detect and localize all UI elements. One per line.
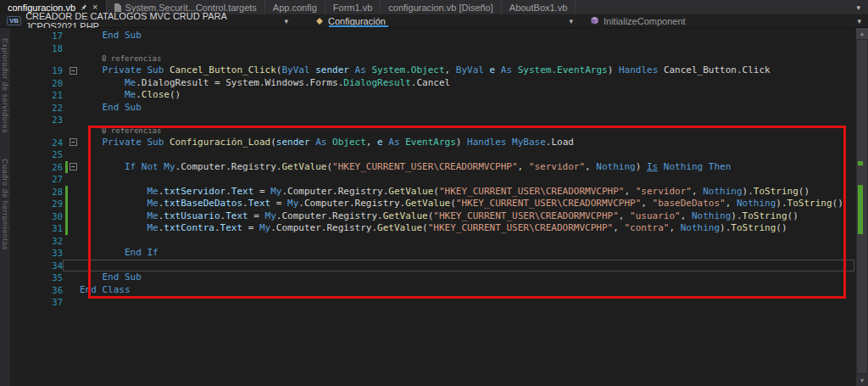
glyph-margin[interactable] <box>63 148 80 161</box>
line-number[interactable]: 33 <box>10 247 63 260</box>
code-text: Me.txtBaseDeDatos.Text = My.Computer.Reg… <box>80 198 843 210</box>
glyph-margin[interactable] <box>63 296 80 309</box>
code-line[interactable]: 17 End Sub <box>10 30 856 42</box>
line-number[interactable]: 24 <box>10 137 63 149</box>
change-tracking-bar <box>65 186 68 199</box>
glyph-margin[interactable] <box>63 102 80 115</box>
code-text: Me.txtUsuario.Text = My.Computer.Registr… <box>80 210 798 223</box>
glyph-margin[interactable]: − <box>63 64 80 77</box>
line-number[interactable]: 35 <box>10 271 63 284</box>
code-text: End Class <box>80 284 131 297</box>
code-content[interactable]: 17 End Sub180 referencias19− Private Sub… <box>10 28 856 386</box>
code-line[interactable]: 25 <box>10 148 856 161</box>
code-text: Me.DialogResult = System.Windows.Forms.D… <box>80 77 450 90</box>
change-tracking-bar <box>65 161 68 174</box>
code-line[interactable]: 24− Private Sub Configuración_Load(sende… <box>10 137 856 149</box>
tab-list-chevron-icon[interactable]: ▾ <box>849 0 868 14</box>
code-line[interactable]: 34 <box>10 260 856 272</box>
code-line[interactable]: 26− If Not My.Computer.Registry.GetValue… <box>10 161 856 174</box>
code-line[interactable]: 32 <box>10 235 856 248</box>
glyph-margin[interactable]: − <box>63 161 80 174</box>
code-line[interactable]: 31 Me.txtContra.Text = My.Computer.Regis… <box>10 222 856 235</box>
glyph-margin[interactable] <box>63 30 80 42</box>
code-line[interactable]: 23 <box>10 114 856 126</box>
code-line[interactable]: 18 <box>10 42 856 55</box>
fold-marker-icon[interactable]: − <box>70 67 77 75</box>
project-dropdown[interactable]: VB CREADOR DE CATALOGOS MVC CRUD PARA JC… <box>0 14 295 27</box>
code-line[interactable]: 36End Class <box>10 284 856 297</box>
line-number[interactable]: 28 <box>10 186 63 199</box>
line-number[interactable]: 34 <box>10 260 63 272</box>
code-line[interactable]: 22 End Sub <box>10 102 856 115</box>
code-line[interactable]: 21 Me.Close() <box>10 89 856 102</box>
member-dropdown[interactable]: InitializeComponent ▾ <box>580 14 868 27</box>
code-line[interactable]: 28 Me.txtServidor.Text = My.Computer.Reg… <box>10 186 856 199</box>
line-number[interactable]: 32 <box>10 235 63 248</box>
codelens-references-link[interactable]: 0 referencias <box>10 54 856 64</box>
line-number[interactable]: 25 <box>10 148 63 161</box>
glyph-margin[interactable] <box>63 77 80 90</box>
code-text: If Not My.Computer.Registry.GetValue("HK… <box>80 161 731 174</box>
line-number[interactable]: 37 <box>10 296 63 309</box>
line-number[interactable]: 22 <box>10 102 63 115</box>
fold-marker-icon[interactable]: − <box>70 138 77 146</box>
code-line[interactable]: 20 Me.DialogResult = System.Windows.Form… <box>10 77 856 90</box>
line-number[interactable]: 27 <box>10 173 63 186</box>
line-number[interactable]: 26 <box>10 161 63 174</box>
fold-marker-icon[interactable]: − <box>70 163 77 171</box>
scrollbar-down-arrow-icon[interactable]: ▾ <box>856 375 868 386</box>
glyph-margin[interactable] <box>63 284 80 297</box>
glyph-margin[interactable]: − <box>63 137 80 149</box>
line-number[interactable]: 36 <box>10 284 63 297</box>
glyph-margin[interactable] <box>63 198 80 210</box>
line-number[interactable]: 19 <box>10 64 63 77</box>
line-number[interactable]: 18 <box>10 42 63 55</box>
codelens-references-link[interactable]: 0 referencias <box>10 126 856 137</box>
method-icon <box>590 16 599 25</box>
glyph-margin[interactable] <box>63 235 80 248</box>
code-line[interactable]: 27 <box>10 173 856 186</box>
code-text: Me.txtContra.Text = My.Computer.Registry… <box>80 222 787 235</box>
line-number[interactable]: 23 <box>10 114 63 126</box>
chevron-down-icon: ▾ <box>284 17 288 25</box>
line-number[interactable]: 17 <box>10 30 63 42</box>
glyph-margin[interactable] <box>63 260 80 272</box>
glyph-margin[interactable] <box>63 42 80 55</box>
type-dropdown-label: Configuración <box>328 16 386 26</box>
glyph-margin[interactable] <box>63 210 80 223</box>
line-number[interactable]: 20 <box>10 77 63 90</box>
line-number[interactable]: 21 <box>10 89 63 102</box>
code-line[interactable]: 19− Private Sub Cancel_Button_Click(ByVa… <box>10 64 856 77</box>
type-dropdown[interactable]: Configuración ▾ <box>295 14 580 27</box>
dock-tab-server-explorer[interactable]: Explorador de servidores <box>1 38 9 133</box>
vertical-scrollbar[interactable]: ▴ ▾ <box>856 28 868 386</box>
glyph-margin[interactable] <box>63 114 80 126</box>
left-dock-strip: Explorador de servidores Cuadro de herra… <box>0 28 10 386</box>
current-line-highlight <box>63 260 854 272</box>
dock-tab-toolbox[interactable]: Cuadro de herramientas <box>1 159 9 250</box>
code-line[interactable]: 30 Me.txtUsuario.Text = My.Computer.Regi… <box>10 210 856 223</box>
glyph-margin[interactable] <box>63 222 80 235</box>
document-tab[interactable]: AboutBox1.vb <box>502 0 576 14</box>
tab-label: Form1.vb <box>333 3 372 13</box>
code-text: End Sub <box>80 271 142 284</box>
code-line[interactable]: 33 End If <box>10 247 856 260</box>
glyph-margin[interactable] <box>63 186 80 199</box>
line-number[interactable]: 31 <box>10 222 63 235</box>
glyph-margin[interactable] <box>63 247 80 260</box>
code-text: Private Sub Configuración_Load(sender As… <box>80 137 574 149</box>
code-line[interactable]: 29 Me.txtBaseDeDatos.Text = My.Computer.… <box>10 198 856 210</box>
vb-project-icon: VB <box>7 16 21 25</box>
class-icon <box>315 17 324 25</box>
document-tab[interactable]: Form1.vb <box>326 0 381 14</box>
glyph-margin[interactable] <box>63 173 80 186</box>
line-number[interactable]: 29 <box>10 198 63 210</box>
glyph-margin[interactable] <box>63 89 80 102</box>
code-line[interactable]: 35 End Sub <box>10 271 856 284</box>
document-tab[interactable]: configuracion.vb [Diseño] <box>381 0 502 14</box>
line-number[interactable]: 30 <box>10 210 63 223</box>
scrollbar-up-arrow-icon[interactable]: ▴ <box>856 28 868 39</box>
glyph-margin[interactable] <box>63 271 80 284</box>
code-line[interactable]: 37 <box>10 296 856 309</box>
code-text: End Sub <box>80 102 142 115</box>
